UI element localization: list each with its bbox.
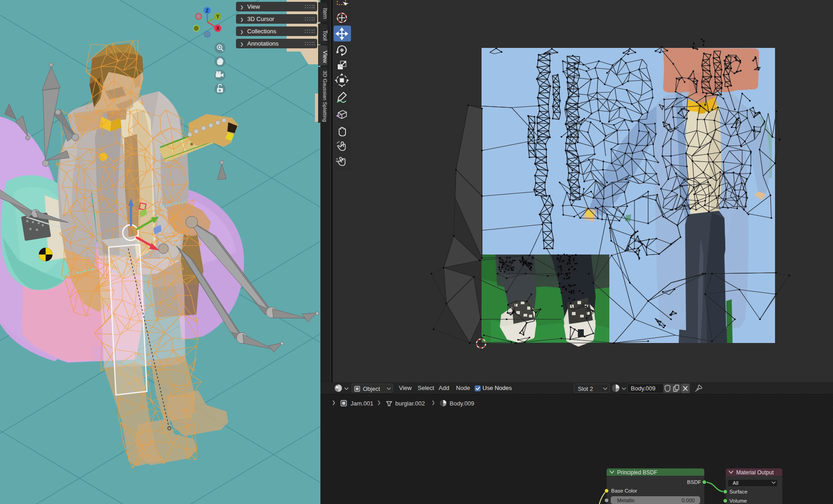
svg-text:Base Color: Base Color [611,488,637,494]
svg-text:Tool: Tool [322,30,328,41]
svg-text:Z: Z [206,8,209,13]
svg-text:Principled BSDF: Principled BSDF [617,469,657,476]
svg-text:Material Output: Material Output [736,469,774,476]
svg-text:Y: Y [216,14,220,19]
svg-text:Surface: Surface [729,489,748,494]
svg-text:0.000: 0.000 [681,498,695,503]
svg-text:3D Gaussian Splatting: 3D Gaussian Splatting [322,71,328,122]
svg-text:Item: Item [322,8,328,19]
svg-text:View: View [322,51,328,63]
svg-text:Metallic: Metallic [617,498,635,503]
svg-text:Volume: Volume [729,498,747,504]
svg-text:X: X [216,26,220,31]
svg-text:BSDF: BSDF [687,479,701,485]
svg-text:All: All [733,480,739,486]
